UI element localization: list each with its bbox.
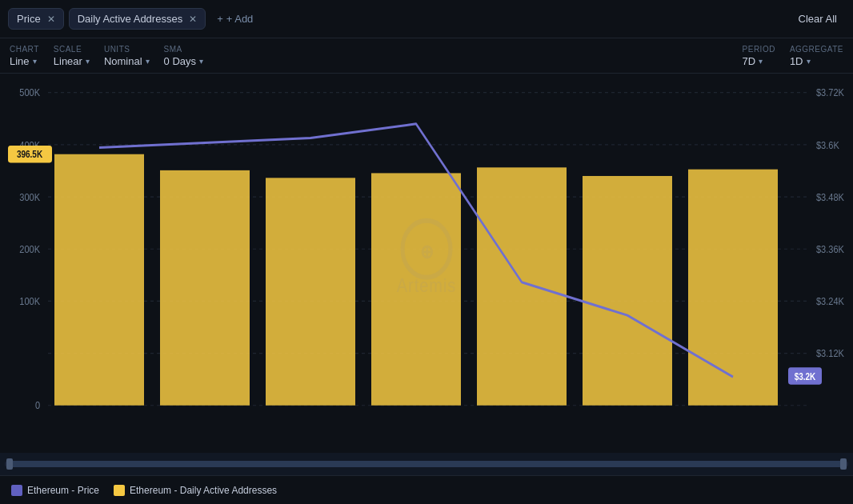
- svg-text:$3.2K: $3.2K: [795, 371, 816, 382]
- legend-eth-price: Ethereum - Price: [11, 485, 99, 496]
- svg-rect-20: [54, 154, 144, 406]
- period-label: PERIOD: [743, 45, 775, 54]
- scrollbar-area[interactable]: [0, 453, 853, 475]
- eth-price-label: Ethereum - Price: [27, 485, 99, 496]
- svg-rect-25: [583, 176, 672, 406]
- tab-daily-label: Daily Active Addresses: [78, 13, 183, 25]
- svg-rect-24: [477, 167, 567, 405]
- scrollbar-handle-right[interactable]: [840, 458, 847, 470]
- period-control: PERIOD 7D ▾: [743, 45, 775, 67]
- tab-price[interactable]: Price ✕: [8, 8, 64, 30]
- add-button-label: + Add: [226, 13, 254, 25]
- svg-text:$3.6K: $3.6K: [816, 139, 839, 151]
- tab-daily-close[interactable]: ✕: [189, 14, 197, 25]
- tab-daily-active[interactable]: Daily Active Addresses ✕: [69, 8, 206, 30]
- period-chevron-icon: ▾: [759, 57, 763, 66]
- svg-rect-22: [266, 178, 355, 405]
- svg-text:300K: 300K: [19, 191, 40, 203]
- chart-control: CHART Line ▾: [10, 45, 39, 67]
- scale-label: SCALE: [54, 45, 90, 54]
- chart-legend: Ethereum - Price Ethereum - Daily Active…: [0, 475, 853, 504]
- tab-price-close[interactable]: ✕: [47, 14, 55, 25]
- period-select[interactable]: 7D ▾: [743, 55, 775, 67]
- sma-label: SMA: [164, 45, 203, 54]
- units-label: UNITS: [104, 45, 150, 54]
- scale-select[interactable]: Linear ▾: [54, 55, 90, 67]
- aggregate-select[interactable]: 1D ▾: [790, 55, 843, 67]
- add-icon: +: [217, 13, 223, 25]
- svg-text:$3.36K: $3.36K: [816, 243, 844, 255]
- tab-price-label: Price: [17, 13, 41, 25]
- svg-text:100K: 100K: [19, 295, 40, 307]
- svg-rect-21: [160, 170, 250, 406]
- svg-text:$3.12K: $3.12K: [816, 347, 844, 359]
- svg-text:200K: 200K: [19, 243, 40, 255]
- scrollbar-thumb[interactable]: [6, 461, 847, 467]
- sma-select[interactable]: 0 Days ▾: [164, 55, 203, 67]
- clear-all-button[interactable]: Clear All: [791, 9, 845, 29]
- aggregate-control: AGGREGATE 1D ▾: [790, 45, 843, 67]
- units-select[interactable]: Nominal ▾: [104, 55, 150, 67]
- svg-text:⊕: ⊕: [420, 241, 433, 262]
- scale-control: SCALE Linear ▾: [54, 45, 90, 67]
- legend-eth-daily: Ethereum - Daily Active Addresses: [114, 485, 277, 496]
- eth-daily-label: Ethereum - Daily Active Addresses: [130, 485, 277, 496]
- svg-rect-26: [688, 170, 778, 406]
- units-control: UNITS Nominal ▾: [104, 45, 150, 67]
- main-container: Price ✕ Daily Active Addresses ✕ + + Add…: [0, 0, 853, 504]
- controls-bar: CHART Line ▾ SCALE Linear ▾ UNITS Nomina…: [0, 38, 853, 74]
- aggregate-label: AGGREGATE: [790, 45, 843, 54]
- eth-daily-color: [114, 485, 125, 496]
- chart-select[interactable]: Line ▾: [10, 55, 39, 67]
- sma-control: SMA 0 Days ▾: [164, 45, 203, 67]
- units-chevron-icon: ▾: [146, 57, 150, 66]
- svg-text:$3.24K: $3.24K: [816, 295, 844, 307]
- svg-text:$3.72K: $3.72K: [816, 87, 844, 99]
- svg-text:500K: 500K: [19, 87, 40, 99]
- scrollbar-handle-left[interactable]: [6, 458, 13, 470]
- scale-chevron-icon: ▾: [86, 57, 90, 66]
- svg-text:396.5K: 396.5K: [17, 150, 42, 160]
- tab-bar: Price ✕ Daily Active Addresses ✕ + + Add…: [0, 0, 853, 38]
- svg-text:$3.48K: $3.48K: [816, 191, 844, 203]
- aggregate-chevron-icon: ▾: [807, 57, 811, 66]
- chart-label: CHART: [10, 45, 39, 54]
- eth-price-color: [11, 485, 22, 496]
- chart-chevron-icon: ▾: [33, 57, 37, 66]
- chart-area[interactable]: 500K 400K 300K 200K 100K 0 $3.72K $3.6K …: [0, 74, 853, 453]
- svg-text:0: 0: [35, 400, 40, 412]
- sma-chevron-icon: ▾: [199, 57, 203, 66]
- svg-text:Artemis: Artemis: [397, 274, 457, 296]
- add-metric-button[interactable]: + + Add: [210, 9, 259, 29]
- chart-svg: 500K 400K 300K 200K 100K 0 $3.72K $3.6K …: [0, 74, 853, 453]
- scrollbar-track[interactable]: [5, 461, 848, 467]
